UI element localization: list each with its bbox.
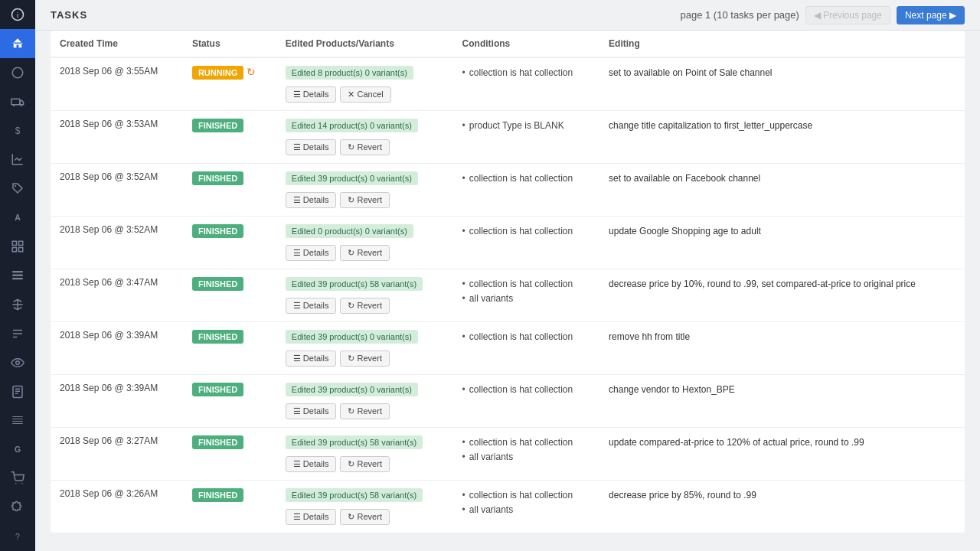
condition-item: product Type is BLANK	[462, 119, 590, 133]
sidebar-icon-scale[interactable]	[0, 290, 35, 319]
next-page-button[interactable]: Next page ▶	[897, 6, 965, 24]
action-buttons: ☰ Details↻ Revert	[286, 298, 444, 314]
svg-rect-11	[12, 248, 16, 252]
svg-point-5	[21, 104, 22, 106]
svg-point-19	[15, 483, 17, 484]
sidebar-icon-info[interactable]: i	[0, 0, 35, 29]
sidebar-icon-tag[interactable]	[0, 174, 35, 203]
cell-created-time: 2018 Sep 06 @ 3:52AM	[51, 164, 183, 217]
svg-point-2	[12, 67, 23, 78]
sidebar-icon-text[interactable]: A	[0, 203, 35, 232]
svg-rect-3	[11, 99, 20, 105]
cell-status: FINISHED	[183, 111, 276, 164]
cell-created-time: 2018 Sep 06 @ 3:26AM	[51, 481, 183, 533]
refresh-icon: ↻	[247, 66, 256, 78]
table-row: 2018 Sep 06 @ 3:53AMFINISHEDEdited 14 pr…	[51, 111, 965, 164]
sidebar-icon-grid[interactable]	[0, 232, 35, 261]
sidebar-icon-eye[interactable]	[0, 348, 35, 377]
sidebar-icon-circle[interactable]	[0, 58, 35, 87]
edited-badge: Edited 39 product(s) 58 variant(s)	[286, 488, 423, 502]
cell-edited: Edited 39 product(s) 0 variant(s)☰ Detai…	[276, 375, 453, 428]
col-header-editing: Editing	[599, 31, 965, 57]
action-buttons: ☰ Details↻ Revert	[286, 192, 444, 208]
tasks-table: Created Time Status Edited Products/Vari…	[51, 31, 965, 533]
revert-button[interactable]: ↻ Revert	[340, 403, 389, 419]
edited-badge: Edited 0 product(s) 0 variant(s)	[286, 224, 413, 238]
pagination-info: page 1 (10 tasks per page)	[681, 9, 799, 21]
details-button[interactable]: ☰ Details	[286, 509, 337, 525]
cell-status: FINISHED	[183, 428, 276, 481]
sidebar-icon-home[interactable]	[0, 29, 35, 58]
status-badge: FINISHED	[192, 119, 243, 132]
sidebar-icon-nav1[interactable]	[0, 319, 35, 348]
sidebar-icon-list[interactable]	[0, 261, 35, 290]
prev-page-button[interactable]: ◀ Previous page	[805, 6, 890, 24]
cell-conditions: collection is hat collection	[453, 164, 599, 217]
cell-editing: change vendor to Hexton_BPE	[599, 375, 965, 428]
topbar: TASKS page 1 (10 tasks per page) ◀ Previ…	[35, 0, 980, 31]
status-badge: FINISHED	[192, 224, 243, 238]
edited-badge: Edited 39 product(s) 0 variant(s)	[286, 383, 418, 396]
cell-conditions: collection is hat collectionall variants	[453, 428, 599, 481]
action-buttons: ☰ Details↻ Revert	[286, 403, 444, 419]
svg-text:G: G	[15, 445, 21, 454]
svg-rect-12	[19, 248, 23, 252]
cell-editing: update compared-at-price to 120% of actu…	[599, 428, 965, 481]
details-button[interactable]: ☰ Details	[286, 403, 337, 419]
edited-badge: Edited 39 product(s) 58 variant(s)	[286, 277, 423, 291]
cell-edited: Edited 8 product(s) 0 variant(s)☰ Detail…	[276, 57, 453, 111]
sidebar-icon-doc[interactable]	[0, 377, 35, 406]
table-row: 2018 Sep 06 @ 3:27AMFINISHEDEdited 39 pr…	[51, 428, 965, 481]
revert-button[interactable]: ↻ Revert	[340, 350, 389, 367]
details-button[interactable]: ☰ Details	[286, 139, 337, 155]
revert-button[interactable]: ↻ Revert	[340, 245, 389, 261]
details-button[interactable]: ☰ Details	[286, 456, 337, 472]
details-button[interactable]: ☰ Details	[286, 86, 337, 103]
sidebar-icon-chart[interactable]	[0, 145, 35, 174]
table-row: 2018 Sep 06 @ 3:47AMFINISHEDEdited 39 pr…	[51, 269, 965, 322]
edited-badge: Edited 39 product(s) 58 variant(s)	[286, 435, 423, 449]
main-content: TASKS page 1 (10 tasks per page) ◀ Previ…	[35, 0, 980, 551]
details-button[interactable]: ☰ Details	[286, 298, 337, 314]
revert-button[interactable]: ↻ Revert	[340, 192, 389, 208]
cell-created-time: 2018 Sep 06 @ 3:52AM	[51, 217, 183, 269]
details-button[interactable]: ☰ Details	[286, 350, 337, 367]
revert-button[interactable]: ↻ Revert	[340, 139, 389, 155]
tasks-table-container: Created Time Status Edited Products/Vari…	[35, 31, 980, 551]
sidebar: i $ A G	[0, 0, 35, 551]
sidebar-icon-puzzle[interactable]	[0, 493, 35, 522]
sidebar-icon-question[interactable]: ?	[0, 522, 35, 551]
status-badge: FINISHED	[192, 383, 243, 396]
condition-item: collection is hat collection	[462, 171, 590, 186]
details-button[interactable]: ☰ Details	[286, 192, 337, 208]
cancel-button[interactable]: ✕ Cancel	[340, 86, 390, 103]
condition-item: collection is hat collection	[462, 224, 590, 239]
details-button[interactable]: ☰ Details	[286, 245, 337, 261]
sidebar-icon-G[interactable]: G	[0, 435, 35, 464]
revert-button[interactable]: ↻ Revert	[340, 298, 389, 314]
page-title: TASKS	[51, 9, 87, 21]
cell-status: FINISHED	[183, 269, 276, 322]
status-badge: FINISHED	[192, 330, 243, 344]
condition-item: collection is hat collection	[462, 383, 590, 397]
action-buttons: ☰ Details↻ Revert	[286, 139, 444, 155]
cell-editing: decrease price by 85%, round to .99	[599, 481, 965, 533]
condition-item: collection is hat collection	[462, 330, 590, 344]
sidebar-icon-cart[interactable]	[0, 464, 35, 493]
condition-item: all variants	[462, 292, 590, 306]
table-header-row: Created Time Status Edited Products/Vari…	[51, 31, 965, 57]
cell-created-time: 2018 Sep 06 @ 3:39AM	[51, 375, 183, 428]
col-header-conditions: Conditions	[453, 31, 599, 57]
cell-edited: Edited 39 product(s) 58 variant(s)☰ Deta…	[276, 428, 453, 481]
revert-button[interactable]: ↻ Revert	[340, 509, 389, 525]
condition-item: collection is hat collection	[462, 66, 590, 80]
sidebar-icon-lines[interactable]	[0, 406, 35, 435]
revert-button[interactable]: ↻ Revert	[340, 456, 389, 472]
table-row: 2018 Sep 06 @ 3:55AMRUNNING↻Edited 8 pro…	[51, 57, 965, 111]
cell-editing: set to available on Facebook channel	[599, 164, 965, 217]
sidebar-icon-dollar[interactable]: $	[0, 116, 35, 145]
edited-badge: Edited 8 product(s) 0 variant(s)	[286, 66, 413, 80]
sidebar-icon-truck[interactable]	[0, 87, 35, 116]
svg-point-7	[15, 185, 16, 187]
action-buttons: ☰ Details↻ Revert	[286, 350, 444, 367]
